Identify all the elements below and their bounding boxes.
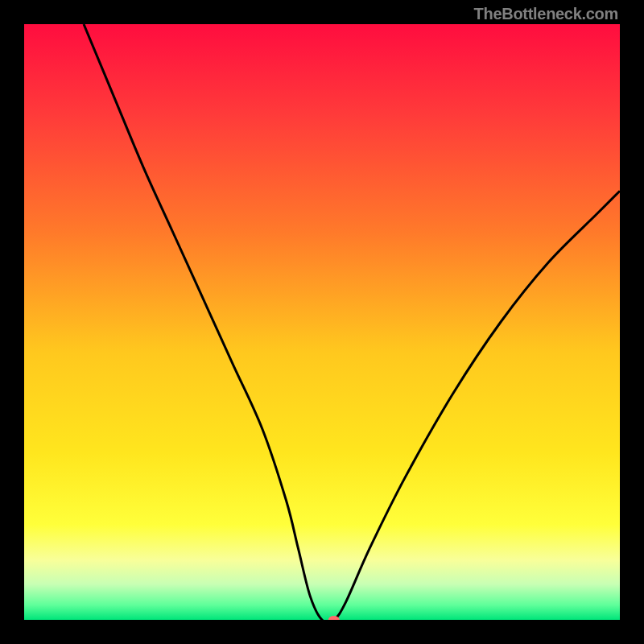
bottleneck-chart	[24, 24, 620, 620]
attribution-text: TheBottleneck.com	[474, 5, 618, 23]
chart-frame	[24, 24, 620, 620]
gradient-background	[24, 24, 620, 620]
